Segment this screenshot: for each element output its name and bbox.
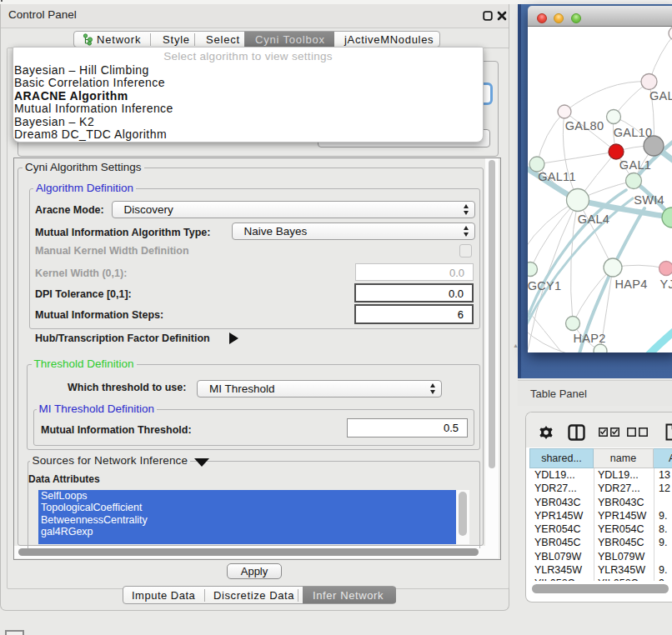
svg-text:GAL80: GAL80 — [565, 119, 604, 132]
svg-text:GAL11: GAL11 — [538, 170, 576, 183]
svg-text:GAL10: GAL10 — [614, 126, 653, 139]
svg-text:HAP2: HAP2 — [573, 332, 605, 345]
svg-text:GAL4: GAL4 — [578, 212, 609, 226]
svg-text:YJL: YJL — [660, 278, 672, 291]
svg-text:GAL7: GAL7 — [649, 89, 672, 102]
svg-text:HAP4: HAP4 — [614, 278, 647, 291]
svg-text:SWI4: SWI4 — [634, 193, 664, 207]
svg-text:GCY1: GCY1 — [528, 279, 561, 292]
svg-text:GAL1: GAL1 — [619, 158, 651, 172]
